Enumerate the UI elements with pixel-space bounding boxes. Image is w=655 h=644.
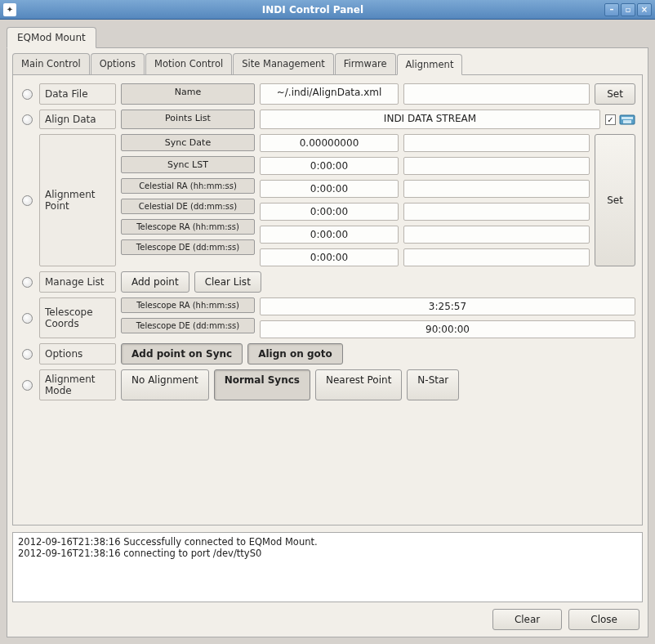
app-icon: ✦ <box>3 3 16 16</box>
label-managelist: Manage List <box>39 271 116 293</box>
titlebar: ✦ INDI Control Panel – ▫ × <box>0 0 655 20</box>
maximize-button[interactable]: ▫ <box>621 3 635 16</box>
section-tabs: Main Control Options Motion Control Site… <box>12 53 643 74</box>
header-pointslist: Points List <box>121 110 255 129</box>
set-alignpoint-button[interactable]: Set <box>595 134 635 266</box>
status-led-telecoords <box>22 313 33 324</box>
status-led-datafile <box>22 89 33 100</box>
tab-site-management[interactable]: Site Management <box>233 53 334 74</box>
svg-rect-1 <box>622 117 633 119</box>
header-telde: Telescope DE (dd:mm:ss) <box>121 239 255 255</box>
status-led-managelist <box>22 277 33 288</box>
option-addpointonsync[interactable]: Add point on Sync <box>121 343 243 364</box>
tab-options[interactable]: Options <box>91 53 145 74</box>
header-tc-de: Telescope DE (dd:mm:ss) <box>121 318 255 333</box>
header-name: Name <box>121 83 255 105</box>
status-led-alignpoint <box>22 195 33 206</box>
label-aligndata: Align Data <box>39 110 116 129</box>
label-alignmode: Alignment Mode <box>39 369 116 400</box>
header-telra: Telescope RA (hh:mm:ss) <box>121 219 255 235</box>
value-datafile: ~/.indi/AlignData.xml <box>260 83 399 105</box>
checkbox-aligndata[interactable]: ✓ <box>605 114 616 125</box>
minimize-button[interactable]: – <box>604 3 619 16</box>
clear-list-button[interactable]: Clear List <box>194 271 261 293</box>
clear-log-button[interactable]: Clear <box>492 609 562 630</box>
label-datafile: Data File <box>39 83 116 105</box>
close-button[interactable]: Close <box>568 609 639 630</box>
label-alignpoint: Alignment Point <box>39 134 116 266</box>
input-celde[interactable] <box>403 203 590 221</box>
status-led-alignmode <box>22 380 33 391</box>
value-celde: 0:00:00 <box>260 203 399 221</box>
input-syncdate[interactable] <box>403 134 590 152</box>
header-tc-ra: Telescope RA (hh:mm:ss) <box>121 297 255 313</box>
value-aligndata: INDI DATA STREAM <box>260 110 600 129</box>
status-led-aligndata <box>22 114 33 125</box>
input-synclst[interactable] <box>403 157 590 175</box>
input-telde[interactable] <box>403 248 590 266</box>
input-celra[interactable] <box>403 180 590 198</box>
value-celra: 0:00:00 <box>260 180 399 198</box>
value-synclst: 0:00:00 <box>260 157 399 175</box>
window-title: INDI Control Panel <box>21 4 604 16</box>
tab-motion-control[interactable]: Motion Control <box>145 53 232 74</box>
mode-nstar[interactable]: N-Star <box>407 369 459 400</box>
close-window-button[interactable]: × <box>637 3 652 16</box>
mode-nearestpoint[interactable]: Nearest Point <box>315 369 402 400</box>
tab-eqmod-mount[interactable]: EQMod Mount <box>7 27 96 48</box>
label-telecoords: Telescope Coords <box>39 297 116 338</box>
value-telra: 0:00:00 <box>260 226 399 244</box>
header-celra: Celestial RA (hh:mm:ss) <box>121 178 255 194</box>
tab-alignment[interactable]: Alignment <box>397 54 463 75</box>
input-telra[interactable] <box>403 226 590 244</box>
log-area[interactable]: 2012-09-16T21:38:16 Successfully connect… <box>12 532 643 602</box>
device-tabs: EQMod Mount <box>7 26 648 48</box>
tab-firmware[interactable]: Firmware <box>335 53 396 74</box>
save-icon[interactable] <box>619 114 635 125</box>
label-options: Options <box>39 343 116 364</box>
value-tc-ra: 3:25:57 <box>260 297 635 315</box>
add-point-button[interactable]: Add point <box>121 271 189 293</box>
status-led-options <box>22 349 33 360</box>
header-syncdate: Sync Date <box>121 134 255 151</box>
value-telde: 0:00:00 <box>260 248 399 266</box>
tab-main-control[interactable]: Main Control <box>12 53 90 74</box>
value-tc-de: 90:00:00 <box>260 320 635 338</box>
value-syncdate: 0.00000000 <box>260 134 399 152</box>
header-celde: Celestial DE (dd:mm:ss) <box>121 199 255 214</box>
mode-normalsyncs[interactable]: Normal Syncs <box>214 369 310 400</box>
header-synclst: Sync LST <box>121 156 255 173</box>
option-alignongoto[interactable]: Align on goto <box>247 343 343 364</box>
mode-noalignment[interactable]: No Alignment <box>121 369 209 400</box>
input-datafile[interactable] <box>403 83 590 105</box>
svg-rect-2 <box>623 120 631 123</box>
set-datafile-button[interactable]: Set <box>595 83 635 105</box>
